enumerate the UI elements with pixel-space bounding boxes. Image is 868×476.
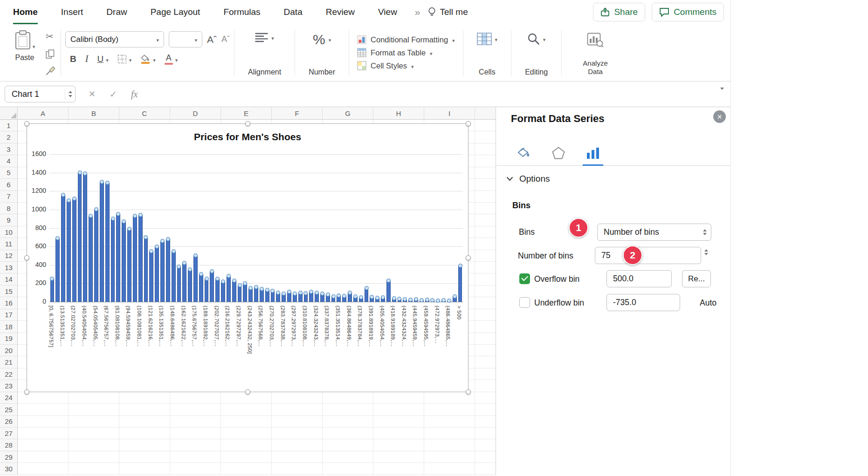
close-pane-button[interactable]: ✕ [713,110,726,123]
cell[interactable] [221,451,272,463]
histogram-bar[interactable] [111,219,115,302]
histogram-bar[interactable] [78,173,82,302]
overflow-bin-input[interactable]: 500.0 [606,270,672,287]
cell[interactable] [475,120,496,131]
share-button[interactable]: Share [593,3,645,21]
cell[interactable] [221,463,272,475]
histogram-bar[interactable] [254,287,258,302]
row-header-10[interactable]: 10 [0,226,18,238]
cell[interactable] [475,191,496,203]
cell[interactable] [69,416,119,428]
borders-button[interactable] [117,54,132,64]
row-header-23[interactable]: 23 [0,380,18,392]
cell[interactable] [170,392,221,404]
histogram-bar[interactable] [133,216,137,302]
format-painter-icon[interactable] [46,66,55,75]
cell[interactable] [475,143,496,155]
cell[interactable] [475,380,496,392]
histogram-bar[interactable] [221,281,225,302]
cell[interactable] [69,392,119,404]
row-header-7[interactable]: 7 [0,191,18,203]
chart-resize-handle[interactable] [245,121,250,126]
histogram-bar[interactable] [94,210,98,302]
cell[interactable] [170,463,221,475]
cell[interactable] [323,451,373,463]
cell[interactable] [475,416,496,428]
cell[interactable] [323,404,373,415]
cell[interactable] [272,463,323,475]
editing-group[interactable]: Editing [516,24,557,81]
histogram-bar[interactable] [177,267,181,302]
histogram-bar[interactable] [105,183,110,302]
row-header-24[interactable]: 24 [0,392,18,404]
cell[interactable] [272,392,323,404]
tab-home[interactable]: Home [13,0,38,24]
histogram-bar[interactable] [193,256,198,302]
cell[interactable] [119,439,170,451]
cell[interactable] [373,451,424,463]
cell[interactable] [475,214,496,226]
row-header-15[interactable]: 15 [0,286,18,297]
histogram-bar[interactable] [127,229,131,302]
cell[interactable] [475,167,496,179]
histogram-bar[interactable] [166,239,170,302]
row-header-18[interactable]: 18 [0,321,18,333]
histogram-bar[interactable] [122,222,126,302]
cell[interactable] [119,404,170,415]
tab-view[interactable]: View [378,0,397,24]
cell[interactable] [424,416,475,428]
cancel-icon[interactable]: ✕ [89,89,96,99]
chart-object[interactable]: Prices for Men's Shoes 16001400120010008… [27,123,468,392]
more-tabs-icon[interactable]: » [415,7,420,18]
row-header-13[interactable]: 13 [0,262,18,273]
histogram-bar[interactable] [188,270,192,302]
font-size-select[interactable] [169,31,202,48]
row-header-1[interactable]: 1 [0,120,18,131]
row-header-27[interactable]: 27 [0,428,18,439]
histogram-bar[interactable] [100,182,104,302]
histogram-bar[interactable] [238,285,242,302]
histogram-bar[interactable] [89,216,93,302]
number-group[interactable]: % Number [299,24,344,81]
cell[interactable] [424,463,475,475]
number-of-bins-input[interactable]: 75 [595,247,701,264]
cells-group[interactable]: Cells [468,24,507,81]
reset-button[interactable]: Re... [682,270,711,287]
histogram-bar[interactable] [210,272,214,302]
histogram-bar[interactable] [243,283,247,302]
cell[interactable] [475,404,496,415]
row-header-4[interactable]: 4 [0,155,18,167]
cell[interactable] [221,404,272,415]
conditional-formatting-button[interactable]: Conditional Formatting [357,35,455,44]
analyze-data-button[interactable]: Analyze Data [566,24,625,81]
worksheet[interactable]: ABCDEFGHI 123456789101112131415161718192… [0,107,496,475]
tab-data[interactable]: Data [284,0,303,24]
row-header-25[interactable]: 25 [0,404,18,415]
row-header-29[interactable]: 29 [0,451,18,463]
cell[interactable] [170,439,221,451]
cell[interactable] [475,368,496,380]
underline-button[interactable]: U [97,54,108,64]
row-header-14[interactable]: 14 [0,273,18,285]
chart-resize-handle[interactable] [24,121,29,126]
row-header-8[interactable]: 8 [0,203,18,214]
cell[interactable] [323,463,373,475]
histogram-bar[interactable] [83,174,87,302]
cell[interactable] [424,451,475,463]
cell[interactable] [119,428,170,439]
underflow-bin-checkbox[interactable] [519,297,530,308]
fill-color-button[interactable] [140,54,156,64]
cell[interactable] [475,428,496,439]
cell[interactable] [475,203,496,214]
copy-icon[interactable] [46,49,55,59]
chart-options-tab[interactable] [582,141,604,165]
cell[interactable] [69,451,119,463]
row-header-19[interactable]: 19 [0,333,18,345]
cell[interactable] [373,463,424,475]
tab-draw[interactable]: Draw [106,0,127,24]
chart-resize-handle[interactable] [466,389,471,394]
histogram-bar[interactable] [458,266,462,302]
histogram-bar[interactable] [155,246,159,302]
histogram-bar[interactable] [172,251,176,302]
cell[interactable] [272,404,323,415]
